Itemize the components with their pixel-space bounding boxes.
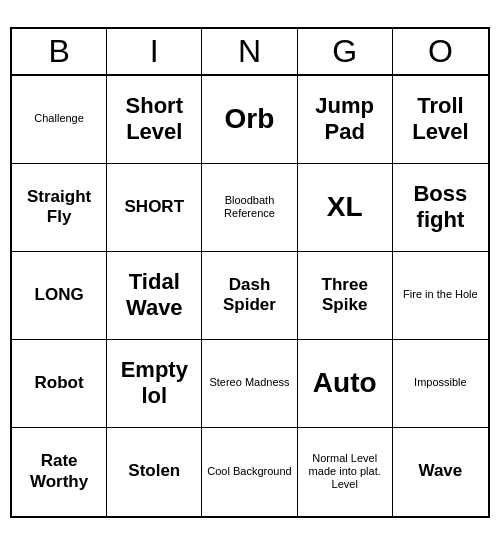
cell-4-3: Normal Level made into plat. Level <box>298 428 393 516</box>
cell-0-2: Orb <box>202 76 297 164</box>
cell-1-3: XL <box>298 164 393 252</box>
cell-0-4: Troll Level <box>393 76 488 164</box>
cell-4-2: Cool Background <box>202 428 297 516</box>
cell-2-4: Fire in the Hole <box>393 252 488 340</box>
header-letter-O: O <box>393 29 488 74</box>
bingo-grid: ChallengeShort LevelOrbJump PadTroll Lev… <box>12 76 488 516</box>
cell-0-3: Jump Pad <box>298 76 393 164</box>
cell-1-0: Straight Fly <box>12 164 107 252</box>
header-letter-N: N <box>202 29 297 74</box>
header-letter-B: B <box>12 29 107 74</box>
cell-0-0: Challenge <box>12 76 107 164</box>
cell-3-1: Empty lol <box>107 340 202 428</box>
bingo-card: BINGO ChallengeShort LevelOrbJump PadTro… <box>10 27 490 518</box>
cell-4-4: Wave <box>393 428 488 516</box>
cell-3-3: Auto <box>298 340 393 428</box>
cell-3-2: Stereo Madness <box>202 340 297 428</box>
cell-2-1: Tidal Wave <box>107 252 202 340</box>
cell-1-1: SHORT <box>107 164 202 252</box>
cell-4-1: Stolen <box>107 428 202 516</box>
header-letter-I: I <box>107 29 202 74</box>
cell-0-1: Short Level <box>107 76 202 164</box>
cell-4-0: Rate Worthy <box>12 428 107 516</box>
bingo-header: BINGO <box>12 29 488 76</box>
cell-1-2: Bloodbath Reference <box>202 164 297 252</box>
header-letter-G: G <box>298 29 393 74</box>
cell-3-0: Robot <box>12 340 107 428</box>
cell-2-0: LONG <box>12 252 107 340</box>
cell-2-2: Dash Spider <box>202 252 297 340</box>
cell-3-4: Impossible <box>393 340 488 428</box>
cell-2-3: Three Spike <box>298 252 393 340</box>
cell-1-4: Boss fight <box>393 164 488 252</box>
